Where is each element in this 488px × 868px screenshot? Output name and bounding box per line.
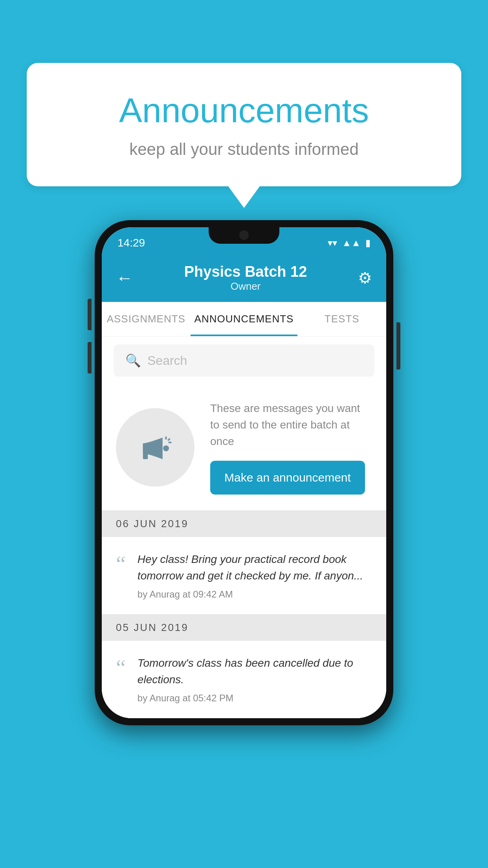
header-subtitle: Owner bbox=[184, 280, 307, 292]
date-divider-1: 06 JUN 2019 bbox=[102, 511, 386, 537]
search-field[interactable]: 🔍 Search bbox=[114, 344, 374, 377]
date-divider-2: 05 JUN 2019 bbox=[102, 614, 386, 641]
announce-right: These are messages you want to send to t… bbox=[210, 400, 372, 495]
tab-announcements[interactable]: ANNOUNCEMENTS bbox=[191, 302, 298, 336]
speech-bubble-title: Announcements bbox=[50, 90, 438, 131]
phone-notch bbox=[209, 227, 279, 244]
front-camera bbox=[239, 230, 249, 240]
announce-icon-circle bbox=[116, 408, 194, 487]
announce-prompt: These are messages you want to send to t… bbox=[102, 384, 386, 511]
search-icon: 🔍 bbox=[125, 353, 141, 368]
speech-bubble-container: Announcements keep all your students inf… bbox=[27, 63, 461, 208]
tab-assignments[interactable]: ASSIGNMENTS bbox=[102, 302, 191, 336]
announce-content-1: Hey class! Bring your practical record b… bbox=[138, 551, 372, 600]
speech-bubble-subtitle: keep all your students informed bbox=[50, 140, 438, 159]
svg-point-2 bbox=[163, 445, 169, 451]
quote-icon-1: “ bbox=[116, 553, 126, 575]
announcement-item-2[interactable]: “ Tomorrow's class has been cancelled du… bbox=[102, 641, 386, 718]
svg-line-4 bbox=[168, 439, 170, 441]
announce-description: These are messages you want to send to t… bbox=[210, 400, 372, 450]
search-bar: 🔍 Search bbox=[102, 337, 386, 384]
volume-up-button bbox=[88, 299, 92, 330]
speech-bubble-arrow bbox=[228, 186, 260, 208]
volume-down-button bbox=[88, 342, 92, 373]
power-button bbox=[396, 322, 400, 370]
svg-rect-0 bbox=[143, 443, 147, 453]
phone-screen: 14:29 ▾▾ ▲▲ ▮ ← Physics Batch 12 Owner ⚙ bbox=[102, 227, 386, 718]
header-title: Physics Batch 12 bbox=[184, 263, 307, 280]
announce-content-2: Tomorrow's class has been cancelled due … bbox=[138, 655, 372, 704]
header-center: Physics Batch 12 Owner bbox=[184, 263, 307, 292]
phone-mockup: 14:29 ▾▾ ▲▲ ▮ ← Physics Batch 12 Owner ⚙ bbox=[95, 220, 393, 725]
megaphone-icon bbox=[136, 428, 175, 467]
quote-icon-2: “ bbox=[116, 657, 126, 679]
app-header: ← Physics Batch 12 Owner ⚙ bbox=[102, 256, 386, 302]
tabs-bar: ASSIGNMENTS ANNOUNCEMENTS TESTS bbox=[102, 302, 386, 337]
settings-icon[interactable]: ⚙ bbox=[358, 269, 372, 287]
search-placeholder: Search bbox=[147, 353, 187, 368]
speech-bubble: Announcements keep all your students inf… bbox=[27, 63, 461, 186]
announce-message-2: Tomorrow's class has been cancelled due … bbox=[138, 655, 372, 688]
status-icons: ▾▾ ▲▲ ▮ bbox=[328, 237, 371, 248]
announce-meta-1: by Anurag at 09:42 AM bbox=[138, 589, 372, 600]
announcement-item-1[interactable]: “ Hey class! Bring your practical record… bbox=[102, 537, 386, 614]
svg-rect-1 bbox=[143, 452, 148, 460]
announce-message-1: Hey class! Bring your practical record b… bbox=[138, 551, 372, 584]
make-announcement-button[interactable]: Make an announcement bbox=[210, 461, 365, 495]
wifi-icon: ▾▾ bbox=[328, 237, 337, 248]
tab-tests[interactable]: TESTS bbox=[297, 302, 386, 336]
announce-meta-2: by Anurag at 05:42 PM bbox=[138, 693, 372, 704]
signal-icon: ▲▲ bbox=[342, 237, 361, 248]
back-button[interactable]: ← bbox=[116, 268, 133, 288]
status-time: 14:29 bbox=[117, 237, 145, 249]
battery-icon: ▮ bbox=[365, 237, 371, 248]
phone-outer: 14:29 ▾▾ ▲▲ ▮ ← Physics Batch 12 Owner ⚙ bbox=[95, 220, 393, 725]
